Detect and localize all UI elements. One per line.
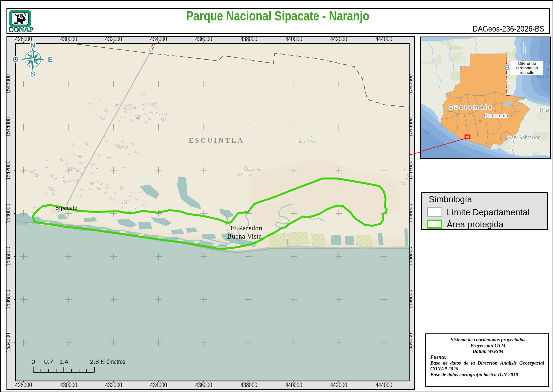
- svg-text:Buena Vista: Buena Vista: [227, 232, 262, 240]
- svg-text:2.8: 2.8: [90, 358, 99, 365]
- svg-text:resuelto: resuelto: [520, 70, 534, 75]
- svg-text:1542000: 1542000: [4, 161, 12, 180]
- svg-text:432000: 432000: [105, 35, 122, 43]
- svg-text:Sipacate: Sipacate: [55, 204, 77, 211]
- svg-text:Guatemala: Guatemala: [484, 113, 508, 119]
- svg-text:O: O: [13, 55, 18, 63]
- svg-text:1546000: 1546000: [4, 74, 12, 94]
- svg-text:Kilómetros: Kilómetros: [101, 358, 125, 365]
- svg-text:1.4: 1.4: [59, 358, 68, 365]
- svg-text:Diferendo: Diferendo: [518, 61, 536, 66]
- svg-text:440000: 440000: [285, 35, 302, 43]
- svg-text:B: B: [505, 63, 510, 71]
- svg-text:1534000: 1534000: [4, 333, 12, 352]
- svg-text:San Salvador: San Salvador: [507, 134, 539, 140]
- svg-text:1538000: 1538000: [4, 247, 12, 266]
- svg-text:Parque Nacional Sipacate - Nar: Parque Nacional Sipacate - Naranjo: [186, 8, 369, 23]
- svg-text:1544000: 1544000: [4, 117, 12, 137]
- svg-text:Guatemala: Guatemala: [448, 104, 493, 110]
- svg-text:1536000: 1536000: [4, 290, 12, 309]
- svg-text:territorial no: territorial no: [516, 66, 538, 70]
- svg-text:444000: 444000: [375, 35, 392, 43]
- svg-text:S: S: [30, 70, 35, 78]
- svg-text:Ho: Ho: [539, 106, 550, 113]
- svg-text:El Paredon: El Paredon: [231, 224, 263, 232]
- svg-text:436000: 436000: [195, 35, 212, 43]
- svg-text:d: d: [547, 67, 549, 72]
- svg-text:0: 0: [32, 358, 35, 365]
- svg-text:430000: 430000: [60, 35, 77, 43]
- svg-text:ESCUINTLA: ESCUINTLA: [189, 137, 244, 144]
- svg-text:1540000: 1540000: [4, 204, 12, 223]
- svg-text:N: N: [30, 41, 35, 49]
- svg-text:721: 721: [422, 130, 430, 135]
- svg-text:434000: 434000: [150, 35, 167, 43]
- svg-text:438000: 438000: [240, 35, 257, 43]
- svg-text:442000: 442000: [330, 35, 347, 43]
- svg-text:E: E: [48, 55, 53, 63]
- svg-text:DAGeos-236-2026-BS: DAGeos-236-2026-BS: [473, 24, 544, 33]
- svg-text:428000: 428000: [15, 35, 32, 43]
- svg-text:0.7: 0.7: [44, 358, 53, 365]
- svg-text:Gu: Gu: [544, 59, 550, 64]
